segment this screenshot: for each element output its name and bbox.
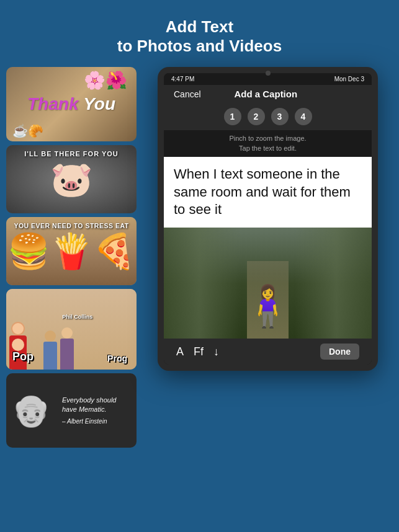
meme-card-philcollins[interactable]: Phil Collins Pop Prog — [6, 289, 137, 370]
einstein-quote-text: Everybody should have Mematic. – Albert … — [56, 389, 137, 432]
meme-card-stress[interactable]: YOU EVER NEED TO STRESS EAT 🍔🍟🍕 — [6, 217, 137, 285]
phil-collins-label: Phil Collins — [62, 314, 92, 320]
nav-bar: Cancel Add a Caption — [164, 85, 372, 103]
step-4[interactable]: 4 — [295, 108, 312, 125]
einstein-photo: 👴 — [6, 373, 56, 448]
pop-label: Pop — [12, 350, 34, 363]
prog-label: Prog — [107, 353, 127, 363]
meme-card-pig[interactable]: I'LL BE THERE FOR YOU 🐷 — [6, 145, 137, 213]
hint-line2: Tap the text to edit. — [168, 144, 368, 153]
woman-figure: 🧍‍♀️ — [243, 286, 293, 326]
hint-text: Pinch to zoom the image. Tap the text to… — [164, 130, 372, 157]
thankyou-text: Thank You — [27, 94, 115, 114]
cancel-button[interactable]: Cancel — [174, 89, 201, 99]
toolbar-icons: A Ff ↓ — [176, 345, 219, 358]
quote-body: Everybody should have Mematic. — [62, 396, 130, 415]
meme-card-thankyou[interactable]: 🌸🌺 ☕🥐 Thank You — [6, 67, 137, 141]
quote-signature: – Albert Einstein — [62, 417, 130, 426]
pig-face: 🐷 — [50, 159, 93, 200]
bottom-toolbar: A Ff ↓ Done — [164, 339, 372, 365]
stress-caption: YOU EVER NEED TO STRESS EAT — [6, 222, 137, 229]
done-button[interactable]: Done — [320, 344, 359, 360]
download-icon[interactable]: ↓ — [213, 345, 219, 358]
pig-caption: I'LL BE THERE FOR YOU — [6, 150, 137, 157]
main-layout: 🌸🌺 ☕🥐 Thank You I'LL BE THERE FOR YOU 🐷 … — [0, 67, 399, 448]
step-2[interactable]: 2 — [248, 108, 265, 125]
trees-left — [164, 228, 241, 339]
meme-card-einstein[interactable]: 👴 Everybody should have Mematic. – Alber… — [6, 373, 137, 448]
font-a-icon[interactable]: A — [176, 345, 184, 358]
left-panel: 🌸🌺 ☕🥐 Thank You I'LL BE THERE FOR YOU 🐷 … — [6, 67, 137, 448]
middle-couple — [43, 327, 74, 370]
step-indicators: 1 2 3 4 — [164, 103, 372, 130]
caption-text: When I text someone in the same room and… — [174, 166, 362, 219]
trees-right — [295, 228, 372, 339]
right-panel: 4:47 PM Mon Dec 3 Cancel Add a Caption 1… — [143, 67, 393, 371]
tablet-device: 4:47 PM Mon Dec 3 Cancel Add a Caption 1… — [158, 67, 378, 371]
flowers-decoration: 🌸🌺 — [84, 70, 127, 91]
header: Add Text to Photos and Videos — [0, 0, 399, 67]
photo-area: 🧍‍♀️ — [164, 228, 372, 339]
coffee-decoration: ☕🥐 — [12, 123, 43, 138]
header-title: Add Text to Photos and Videos — [12, 17, 387, 56]
food-emoji: 🍔🍟🍕 — [7, 231, 136, 272]
step-3[interactable]: 3 — [271, 108, 289, 125]
font-style-icon[interactable]: Ff — [194, 345, 204, 358]
tablet-camera — [266, 71, 271, 76]
status-date: Mon Dec 3 — [334, 76, 364, 82]
nav-title: Add a Caption — [234, 89, 297, 99]
step-1[interactable]: 1 — [224, 108, 241, 125]
tablet-screen: 4:47 PM Mon Dec 3 Cancel Add a Caption 1… — [164, 73, 372, 365]
status-time: 4:47 PM — [171, 76, 194, 82]
hint-line1: Pinch to zoom the image. — [168, 134, 368, 143]
caption-area[interactable]: When I text someone in the same room and… — [164, 157, 372, 228]
